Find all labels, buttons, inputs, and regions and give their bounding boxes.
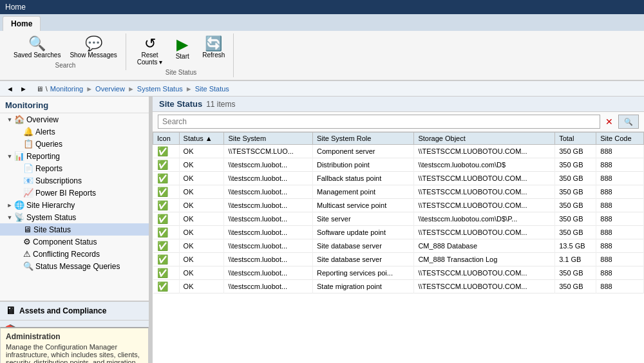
cell-site-system: \\testsccm.luobot... bbox=[224, 239, 313, 253]
breadcrumb-overview[interactable]: Overview bbox=[95, 85, 125, 93]
breadcrumb-site-status[interactable]: Site Status bbox=[195, 85, 229, 93]
sidebar-item-reports[interactable]: 📄 Reports bbox=[0, 162, 149, 174]
reset-counts-button[interactable]: ↺ ResetCounts ▾ bbox=[134, 35, 166, 68]
sidebar-item-queries[interactable]: 📋 Queries bbox=[0, 138, 149, 150]
sidebar-item-alerts[interactable]: 🔔 Alerts bbox=[0, 126, 149, 138]
subs-icon: 📧 bbox=[23, 176, 33, 185]
search-clear-button[interactable]: ✕ bbox=[603, 116, 616, 127]
col-site-system[interactable]: Site System bbox=[224, 133, 313, 145]
table-row[interactable]: ✅ OK \\testsccm.luobot... Site database … bbox=[153, 239, 644, 253]
search-input[interactable] bbox=[158, 115, 600, 129]
sidebar-bottom-assets[interactable]: 🖥 Assets and Compliance bbox=[0, 302, 149, 321]
sidebar-item-status-message-queries[interactable]: 🔍 Status Message Queries bbox=[0, 260, 149, 272]
cell-storage-object: \\TESTSCCM.LUOBOTOU.COM... bbox=[414, 172, 555, 185]
cell-site-system-role: Distribution point bbox=[312, 158, 413, 172]
cell-total: 350 GB bbox=[555, 266, 596, 280]
show-messages-button[interactable]: 💬 Show Messages bbox=[66, 35, 120, 60]
refresh-button[interactable]: 🔄 Refresh bbox=[199, 35, 228, 60]
breadcrumb-monitoring[interactable]: Monitoring bbox=[50, 85, 83, 93]
sidebar-item-reporting[interactable]: ▼ 📊 Reporting bbox=[0, 150, 149, 162]
breadcrumb-back[interactable]: ◄ bbox=[4, 84, 16, 94]
col-site-code[interactable]: Site Code bbox=[596, 133, 644, 145]
saved-searches-icon: 🔍 bbox=[28, 37, 46, 51]
ribbon-group-site-status: ↺ ResetCounts ▾ ▶ Start 🔄 Refresh Site S… bbox=[129, 33, 234, 77]
expand-overview-icon: ▼ bbox=[5, 116, 14, 123]
status-msg-label: Status Message Queries bbox=[35, 262, 120, 271]
cell-icon: ✅ bbox=[153, 158, 180, 172]
sidebar-item-overview[interactable]: ▼ 🏠 Overview bbox=[0, 113, 149, 126]
table-body: ✅ OK \\TESTSCCM.LUO... Component server … bbox=[153, 145, 644, 293]
table-row[interactable]: ✅ OK \\TESTSCCM.LUO... Component server … bbox=[153, 145, 644, 158]
reset-counts-icon: ↺ bbox=[144, 37, 156, 51]
table-row[interactable]: ✅ OK \\testsccm.luobot... Management poi… bbox=[153, 185, 644, 199]
table-row[interactable]: ✅ OK \\testsccm.luobot... Multicast serv… bbox=[153, 199, 644, 212]
col-site-system-role[interactable]: Site System Role bbox=[312, 133, 413, 145]
breadcrumb-sep-0: \ bbox=[46, 85, 48, 93]
cell-status: OK bbox=[179, 185, 224, 199]
col-total[interactable]: Total bbox=[555, 133, 596, 145]
ribbon-group-site-status-label: Site Status bbox=[166, 69, 196, 76]
breadcrumb-arrow-1: ► bbox=[86, 85, 93, 93]
sidebar-item-subscriptions[interactable]: 📧 Subscriptions bbox=[0, 174, 149, 187]
assets-nav-label: Assets and Compliance bbox=[19, 306, 106, 315]
table-row[interactable]: ✅ OK \\testsccm.luobot... Distribution p… bbox=[153, 158, 644, 172]
table-row[interactable]: ✅ OK \\testsccm.luobot... State migratio… bbox=[153, 280, 644, 293]
reporting-icon: 📊 bbox=[14, 151, 24, 161]
ribbon-content: 🔍 Saved Searches 💬 Show Messages Search … bbox=[0, 31, 644, 80]
cell-status: OK bbox=[179, 253, 224, 266]
search-go-button[interactable]: 🔍 bbox=[618, 115, 639, 129]
saved-searches-button[interactable]: 🔍 Saved Searches bbox=[10, 35, 64, 60]
cell-storage-object: CM_888 Transaction Log bbox=[414, 253, 555, 266]
breadcrumb-system-status[interactable]: System Status bbox=[137, 85, 183, 93]
table-row[interactable]: ✅ OK \\testsccm.luobot... Fallback statu… bbox=[153, 172, 644, 185]
assets-nav-icon: 🖥 bbox=[5, 305, 15, 317]
ribbon-group-search-items: 🔍 Saved Searches 💬 Show Messages bbox=[10, 35, 120, 60]
cell-site-system-role: State migration point bbox=[312, 280, 413, 293]
cell-icon: ✅ bbox=[153, 145, 180, 158]
sidebar-item-conflicting-records[interactable]: ⚠ Conflicting Records bbox=[0, 248, 149, 260]
cell-icon: ✅ bbox=[153, 253, 180, 266]
status-ok-icon: ✅ bbox=[157, 254, 168, 265]
breadcrumb-forward[interactable]: ► bbox=[17, 84, 30, 94]
table-row[interactable]: ✅ OK \\testsccm.luobot... Reporting serv… bbox=[153, 266, 644, 280]
powerbi-icon: 📈 bbox=[23, 188, 33, 198]
sidebar-item-site-status[interactable]: 🖥 Site Status bbox=[0, 223, 149, 236]
cell-status: OK bbox=[179, 239, 224, 253]
data-table-wrapper: Icon Status ▲ Site System Site System Ro… bbox=[153, 132, 644, 363]
main-layout: Monitoring ▼ 🏠 Overview 🔔 Alerts 📋 Queri… bbox=[0, 97, 644, 363]
start-label: Start bbox=[176, 53, 189, 60]
table-row[interactable]: ✅ OK \\testsccm.luobot... Site server \\… bbox=[153, 212, 644, 226]
col-icon[interactable]: Icon bbox=[153, 133, 180, 145]
subs-label: Subscriptions bbox=[35, 176, 82, 185]
cell-storage-object: \\TESTSCCM.LUOBOTOU.COM... bbox=[414, 226, 555, 239]
col-storage-object[interactable]: Storage Object bbox=[414, 133, 555, 145]
cell-site-system: \\testsccm.luobot... bbox=[224, 185, 313, 199]
cell-storage-object: \\TESTSCCM.LUOBOTOU.COM... bbox=[414, 185, 555, 199]
sidebar-item-component-status[interactable]: ⚙ Component Status bbox=[0, 236, 149, 248]
status-ok-icon: ✅ bbox=[157, 187, 168, 197]
table-row[interactable]: ✅ OK \\testsccm.luobot... Software updat… bbox=[153, 226, 644, 239]
status-msg-icon: 🔍 bbox=[23, 261, 33, 271]
table-row[interactable]: ✅ OK \\testsccm.luobot... Site database … bbox=[153, 253, 644, 266]
conflicting-icon: ⚠ bbox=[23, 249, 31, 259]
content-item-count: 11 items bbox=[206, 100, 235, 109]
cell-site-system-role: Component server bbox=[312, 145, 413, 158]
sidebar: Monitoring ▼ 🏠 Overview 🔔 Alerts 📋 Queri… bbox=[0, 97, 149, 363]
breadcrumb-arrow-2: ► bbox=[128, 85, 135, 93]
cell-status: OK bbox=[179, 199, 224, 212]
cell-status: OK bbox=[179, 280, 224, 293]
cell-site-system: \\testsccm.luobot... bbox=[224, 280, 313, 293]
cell-storage-object: \\TESTSCCM.LUOBOTOU.COM... bbox=[414, 266, 555, 280]
start-button[interactable]: ▶ Start bbox=[168, 35, 196, 62]
show-messages-icon: 💬 bbox=[85, 37, 102, 51]
cell-total: 350 GB bbox=[555, 172, 596, 185]
powerbi-label: Power BI Reports bbox=[35, 189, 96, 198]
sidebar-item-system-status[interactable]: ▼ 📡 System Status bbox=[0, 211, 149, 223]
sidebar-item-power-bi[interactable]: 📈 Power BI Reports bbox=[0, 187, 149, 199]
col-status[interactable]: Status ▲ bbox=[179, 133, 224, 145]
cell-status: OK bbox=[179, 266, 224, 280]
cell-site-system-role: Reporting services poi... bbox=[312, 266, 413, 280]
sidebar-item-site-hierarchy[interactable]: ► 🌐 Site Hierarchy bbox=[0, 199, 149, 211]
tab-home[interactable]: Home bbox=[3, 16, 41, 31]
cell-site-code: 888 bbox=[596, 266, 644, 280]
